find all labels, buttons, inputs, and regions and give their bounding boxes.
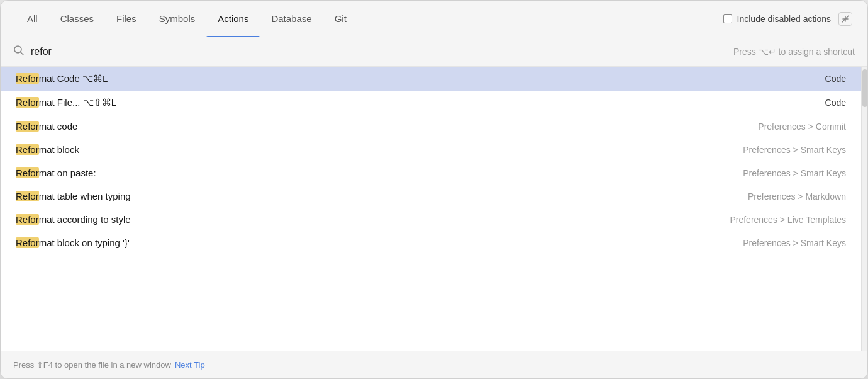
result-category: Preferences > Markdown xyxy=(748,191,846,201)
result-item[interactable]: Reformat Code ⌥⌘L Code xyxy=(1,67,861,91)
search-dialog: All Classes Files Symbols Actions Databa… xyxy=(0,0,868,379)
result-category: Preferences > Smart Keys xyxy=(743,145,846,155)
tab-database[interactable]: Database xyxy=(260,1,323,37)
tab-actions[interactable]: Actions xyxy=(206,1,260,37)
tab-all[interactable]: All xyxy=(16,1,49,37)
highlight-text: Refor xyxy=(16,191,39,201)
result-category: Code xyxy=(825,74,846,84)
result-item[interactable]: Reformat according to style Preferences … xyxy=(1,208,861,231)
result-name: Reformat File... ⌥⇧⌘L xyxy=(16,97,825,108)
highlight-text: Refor xyxy=(16,214,39,225)
result-category: Preferences > Smart Keys xyxy=(743,238,846,248)
highlight-text: Refor xyxy=(16,237,39,248)
result-name: Reformat code xyxy=(16,121,758,132)
scrollbar-thumb[interactable] xyxy=(862,69,867,107)
resize-icon[interactable] xyxy=(838,12,852,26)
highlight-text: Refor xyxy=(16,167,39,178)
tab-bar: All Classes Files Symbols Actions Databa… xyxy=(1,1,867,37)
svg-line-1 xyxy=(21,52,24,55)
search-input[interactable] xyxy=(31,46,727,57)
result-item[interactable]: Reformat block Preferences > Smart Keys xyxy=(1,138,861,161)
footer-text: Press ⇧F4 to open the file in a new wind… xyxy=(13,360,171,370)
tab-classes[interactable]: Classes xyxy=(49,1,105,37)
results-list: Reformat Code ⌥⌘L Code Reformat File... … xyxy=(1,67,861,351)
result-category: Code xyxy=(825,98,846,108)
next-tip-link[interactable]: Next Tip xyxy=(175,360,205,370)
highlight-text: Refor xyxy=(16,73,39,84)
tab-symbols[interactable]: Symbols xyxy=(148,1,207,37)
include-disabled-checkbox[interactable] xyxy=(723,14,732,23)
result-category: Preferences > Live Templates xyxy=(730,215,846,225)
result-name: Reformat table when typing xyxy=(16,191,748,201)
search-row: Press ⌥↵ to assign a shortcut xyxy=(1,37,867,66)
result-item[interactable]: Reformat File... ⌥⇧⌘L Code xyxy=(1,91,861,115)
search-icon xyxy=(13,45,25,59)
footer: Press ⇧F4 to open the file in a new wind… xyxy=(1,351,867,378)
highlight-text: Refor xyxy=(16,97,39,108)
include-disabled-container: Include disabled actions xyxy=(723,14,831,24)
result-name: Reformat on paste: xyxy=(16,167,743,178)
result-item[interactable]: Reformat on paste: Preferences > Smart K… xyxy=(1,161,861,184)
result-item[interactable]: Reformat block on typing '}' Preferences… xyxy=(1,231,861,254)
result-item[interactable]: Reformat table when typing Preferences >… xyxy=(1,184,861,208)
results-area: Reformat Code ⌥⌘L Code Reformat File... … xyxy=(1,66,867,351)
result-item[interactable]: Reformat code Preferences > Commit xyxy=(1,115,861,138)
highlight-text: Refor xyxy=(16,144,39,155)
result-name: Reformat block xyxy=(16,144,743,155)
result-name: Reformat according to style xyxy=(16,214,730,225)
result-name: Reformat block on typing '}' xyxy=(16,237,743,248)
include-disabled-label: Include disabled actions xyxy=(737,14,831,24)
result-category: Preferences > Commit xyxy=(758,122,846,132)
tab-files[interactable]: Files xyxy=(105,1,148,37)
tab-git[interactable]: Git xyxy=(323,1,358,37)
highlight-text: Refor xyxy=(16,121,39,132)
shortcut-hint: Press ⌥↵ to assign a shortcut xyxy=(733,47,855,57)
scrollbar-track[interactable] xyxy=(861,67,867,351)
result-name: Reformat Code ⌥⌘L xyxy=(16,73,825,84)
result-category: Preferences > Smart Keys xyxy=(743,168,846,178)
